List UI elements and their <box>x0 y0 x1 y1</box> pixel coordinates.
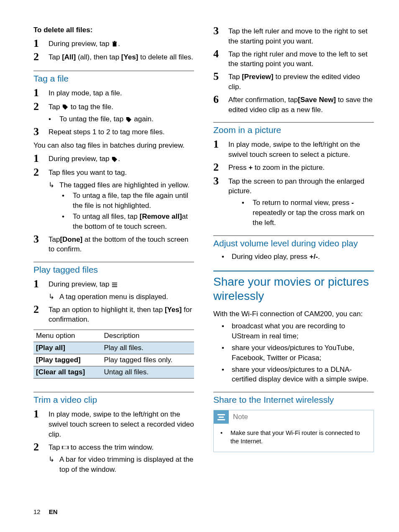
note-bullet: •Make sure that your Wi-Fi router is con… <box>220 429 368 446</box>
heading-share-internet: Share to the Internet wirelessly <box>213 392 374 405</box>
tag-batch-step-3: 3 Tap[Done] at the bottom of the touch s… <box>33 233 194 255</box>
svg-rect-2 <box>114 41 116 42</box>
tag-batch-result: ↳The tagged files are highlighted in yel… <box>49 180 194 190</box>
tag-step-2: 2 Tap to tag the file. <box>33 101 194 113</box>
heading-zoom: Zoom in a picture <box>213 122 374 135</box>
trim-icon <box>62 445 69 450</box>
tag-untag-bullet: •To untag the file, tap again. <box>49 114 194 124</box>
tag-batch-step-1: 1 During preview, tap . <box>33 153 194 165</box>
play-step-1: 1 During preview, tap <box>33 278 194 290</box>
zoom-step-2: 2 Press + to zoom in the picture. <box>213 161 374 174</box>
delete-heading: To delete all files: <box>33 26 92 34</box>
share-bullet-3: •share your videos/pictures to a DLNA-ce… <box>222 365 374 385</box>
trim-step-1: 1In play mode, swipe to the left/right o… <box>33 408 194 439</box>
note-box: Note •Make sure that your Wi-Fi router i… <box>213 410 374 452</box>
menu-icon <box>111 282 118 288</box>
svg-rect-5 <box>112 286 117 287</box>
trim-step-4: 4Tap the right ruler and move to the lef… <box>213 48 374 69</box>
heading-play-tagged: Play tagged files <box>33 262 194 275</box>
heading-volume: Adjust volume level during video play <box>213 235 374 248</box>
zoom-step-1: 1In play mode, swipe to the left/right o… <box>213 138 374 160</box>
share-bullet-1: •broadcast what you are recording to USt… <box>222 321 374 341</box>
trash-icon <box>111 41 118 47</box>
volume-bullet: •During video play, press +/-. <box>222 252 374 262</box>
tag-icon <box>111 156 118 162</box>
share-intro: With the Wi-Fi connection of CAM200, you… <box>213 309 374 319</box>
svg-rect-8 <box>63 446 68 449</box>
page-language: EN <box>49 508 58 515</box>
share-bullet-2: •share your videos/pictures to YouTube, … <box>222 343 374 363</box>
table-row: [Play all]Play all files. <box>33 342 194 354</box>
tag-step-3: 3Repeat steps 1 to 2 to tag more files. <box>33 126 194 138</box>
delete-step-2: 2 Tap [All] (all), then tap [Yes] to del… <box>33 51 194 63</box>
zoom-return-bullet: •To return to normal view, press - repea… <box>242 198 374 228</box>
heading-tag-file: Tag a file <box>33 71 194 84</box>
tag-icon <box>62 104 69 110</box>
heading-share: Share your movies or pictures wirelessly <box>213 271 374 303</box>
table-row: [Clear all tags]Untag all files. <box>33 366 194 379</box>
trim-step-6: 6 After confirmation, tap[Save New] to s… <box>213 94 374 115</box>
delete-step-1: 1 During preview, tap . <box>33 38 194 50</box>
zoom-step-3: 3Tap the screen to pan through the enlar… <box>213 175 374 197</box>
page-footer: 12 EN <box>33 508 58 515</box>
svg-rect-4 <box>112 284 117 285</box>
svg-rect-3 <box>112 282 117 283</box>
page-number: 12 <box>33 508 41 515</box>
tag-batch-note: You can also tag files in batches during… <box>33 141 194 151</box>
trim-step-2: 2 Tap to access the trim window. <box>33 441 194 453</box>
trim-step-2-result: ↳A bar for video trimming is displayed a… <box>49 455 194 475</box>
table-row: [Play tagged]Play tagged files only. <box>33 354 194 366</box>
tag-batch-untag1: •To untag a file, tap the file again unt… <box>62 191 194 211</box>
trim-step-3: 3Tap the left ruler and move to the righ… <box>213 25 374 46</box>
tag-batch-step-2: 2Tap files you want to tag. <box>33 166 194 179</box>
svg-rect-0 <box>113 43 117 47</box>
svg-rect-1 <box>113 42 117 43</box>
play-step-2: 2 Tap an option to highlight it, then ta… <box>33 304 194 325</box>
menu-options-table: Menu optionDescription [Play all]Play al… <box>33 330 194 379</box>
heading-trim: Trim a video clip <box>33 392 194 405</box>
tag-step-1: 1In play mode, tap a file. <box>33 87 194 99</box>
tag-batch-untag2: •To untag all files, tap [Remove all]at … <box>62 212 194 232</box>
trim-step-5: 5 Tap [Preview] to preview the edited vi… <box>213 71 374 92</box>
tag-icon <box>125 117 132 123</box>
play-step-1-result: ↳A tag operation menu is displayed. <box>49 292 194 302</box>
note-icon <box>214 410 229 424</box>
note-title: Note <box>233 413 248 421</box>
svg-rect-6 <box>62 446 63 449</box>
